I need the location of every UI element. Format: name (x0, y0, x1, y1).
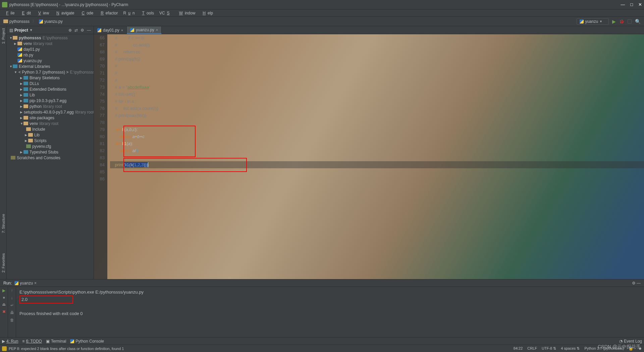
tree-venv2[interactable]: ▼venvlibrary root (7, 121, 94, 126)
code-content[interactable]: # if c == b: # cc.add(i) # return cc # p… (107, 34, 644, 279)
stop-run-button[interactable]: ■ (3, 296, 5, 299)
tree-venv[interactable]: ▶venvlibrary root (7, 41, 94, 46)
gear-icon[interactable]: ⚙ ― (632, 281, 641, 285)
tree-scratches[interactable]: Scratches and Consoles (7, 155, 94, 161)
menu-vcs[interactable]: VCS (157, 10, 174, 16)
tree-file[interactable]: yuanzu.py (7, 58, 94, 63)
python-icon (14, 281, 18, 285)
tree-file[interactable]: nb.py (7, 52, 94, 58)
tree-item[interactable]: ▶Lib (7, 132, 94, 138)
run-button[interactable]: ▶ (612, 19, 616, 24)
status-crlf[interactable]: CRLF (527, 346, 537, 351)
tree-pyvenv[interactable]: pyvenv.cfg (7, 143, 94, 149)
up-icon[interactable]: ↑ (11, 288, 13, 293)
titlebar: pythonssss [E:\pythonssss] - ...\yuanzu.… (0, 0, 644, 9)
editor-tabs: day01.py× yuanzu.py× (94, 26, 644, 34)
down-icon[interactable]: ↓ (11, 296, 13, 300)
menu-view[interactable]: View (34, 10, 51, 16)
sidebar-tab-structure[interactable]: 7: Structure (1, 214, 5, 233)
gear-icon[interactable]: ⚙ (80, 28, 84, 33)
run-label: Run: (3, 281, 12, 285)
wrap-icon[interactable]: ↵ (10, 303, 14, 308)
main-area: 1: Project 7: Structure 2: Favorites ▤ P… (0, 26, 644, 279)
hide-icon[interactable]: ― (87, 28, 91, 33)
stop-button[interactable] (628, 19, 632, 24)
folder-icon (3, 19, 8, 23)
status-enc[interactable]: UTF-8 ⇅ (542, 346, 556, 351)
project-view-icon: ▤ (9, 28, 13, 33)
menu-navigate[interactable]: Navigate (52, 10, 76, 16)
warning-icon[interactable] (2, 346, 7, 351)
tree-lib[interactable]: ▶Extended Definitions (7, 86, 94, 92)
tree-lib[interactable]: ▶Lib (7, 92, 94, 98)
tree-lib[interactable]: ▶pip-19.0.3-py3.7.egg (7, 98, 94, 103)
tree-sitepkg[interactable]: ▶site-packages (7, 115, 94, 121)
menu-refactor[interactable]: Refactor (97, 10, 120, 16)
tree-item[interactable]: ▶Scripts (7, 138, 94, 143)
tree-typeshed[interactable]: ▶Typeshed Stubs (7, 149, 94, 155)
code-editor[interactable]: 6667686970717273747576777879808182838485… (94, 34, 644, 279)
run-config-selector[interactable]: yuanzu ▼ (577, 18, 609, 25)
console-output[interactable]: E:\pythonssss\venv\Scripts\python.exe E:… (16, 287, 644, 337)
status-pos[interactable]: 84:22 (514, 346, 523, 351)
maximize-button[interactable]: □ (630, 2, 633, 7)
menu-tools[interactable]: Tools (138, 10, 156, 16)
project-panel-label[interactable]: Project (14, 28, 28, 33)
tree-lib[interactable]: ▶DLLs (7, 81, 94, 86)
status-bar: PEP 8: expected 2 blank lines after clas… (0, 345, 644, 352)
chevron-right-icon: 〉 (32, 18, 36, 24)
chevron-down-icon[interactable]: ▼ (30, 28, 33, 32)
python-file-icon (39, 19, 43, 24)
breadcrumb-root[interactable]: pythonssss (9, 19, 30, 24)
editor-tab-active[interactable]: yuanzu.py× (127, 27, 162, 34)
run-body: ▶ ■ ⏏ ✖ ↑ ↓ ↵ 🖶 🗑 E:\pythonssss\venv\Scr… (0, 287, 644, 337)
menu-window[interactable]: Window (175, 10, 198, 16)
debug-button[interactable]: 🐞 (619, 19, 624, 24)
rerun-button[interactable]: ▶ (2, 288, 5, 293)
window-title: pythonssss [E:\pythonssss] - ...\yuanzu.… (9, 2, 621, 7)
menu-help[interactable]: Help (199, 10, 215, 16)
bottom-toolbar: ▶ 4: Run ≡ 6: TODO ▣ Terminal Python Con… (0, 337, 644, 345)
close-run-tab-icon[interactable]: × (34, 281, 37, 285)
collapse-icon[interactable]: ⇄ (74, 28, 78, 33)
menu-file[interactable]: File (2, 10, 16, 16)
tree-item[interactable]: Include (7, 126, 94, 132)
tool-pyconsole[interactable]: Python Console (70, 339, 104, 344)
tree-setuptools[interactable]: ▶setuptools-40.8.0-py3.7.egglibrary root (7, 109, 94, 115)
tree-external[interactable]: ▼External Libraries (7, 63, 94, 69)
close-button[interactable]: ✕ (638, 2, 642, 7)
menu-edit[interactable]: Edit (18, 10, 33, 16)
tree-root[interactable]: ▼pythonssssE:\pythonssss (7, 35, 94, 41)
eof-button[interactable]: ⏏ (2, 302, 6, 307)
close-tab-icon[interactable]: × (121, 28, 123, 32)
project-tree[interactable]: ▼pythonssssE:\pythonssss ▶venvlibrary ro… (7, 34, 94, 279)
left-tool-strip: 1: Project 7: Structure 2: Favorites (0, 26, 7, 279)
breadcrumb-file[interactable]: yuanzu.py (44, 19, 63, 24)
sidebar-tab-project[interactable]: 1: Project (1, 28, 5, 44)
project-panel: ▤ Project ▼ ⊕ ⇄ ⚙ ― ▼pythonssssE:\python… (7, 26, 94, 279)
print-icon[interactable]: 🖶 (10, 310, 14, 315)
trash-icon[interactable]: 🗑 (10, 318, 14, 322)
close-tab-icon[interactable]: × (156, 28, 158, 32)
tree-pythonlr[interactable]: ▶pythonlibrary root (7, 103, 94, 109)
tool-eventlog[interactable]: ◔ Event Log (619, 339, 642, 344)
exit-button[interactable]: ✖ (2, 309, 6, 314)
tree-file[interactable]: day01.py (7, 46, 94, 52)
search-icon[interactable]: 🔍 (635, 19, 641, 24)
python-file-icon (130, 28, 134, 32)
tool-terminal[interactable]: ▣ Terminal (46, 339, 66, 344)
run-tab-name[interactable]: yuanzu (20, 281, 33, 285)
menu-run[interactable]: Run (121, 10, 137, 16)
tree-python37[interactable]: ▼< Python 3.7 (pythonssss) >E:\pythonsss… (7, 69, 94, 75)
tool-todo[interactable]: ≡ 6: TODO (22, 339, 42, 344)
sidebar-tab-favorites[interactable]: 2: Favorites (1, 253, 5, 272)
menu-code[interactable]: Code (77, 10, 95, 16)
locate-icon[interactable]: ⊕ (68, 28, 72, 33)
minimize-button[interactable]: ― (621, 2, 625, 7)
project-panel-header: ▤ Project ▼ ⊕ ⇄ ⚙ ― (7, 26, 94, 34)
editor-tab[interactable]: day01.py× (94, 27, 127, 34)
menubar: File Edit View Navigate Code Refactor Ru… (0, 9, 644, 17)
tool-run[interactable]: ▶ 4: Run (2, 339, 18, 344)
tree-lib[interactable]: ▶Binary Skeletons (7, 75, 94, 81)
status-indent[interactable]: 4 spaces ⇅ (561, 346, 580, 351)
